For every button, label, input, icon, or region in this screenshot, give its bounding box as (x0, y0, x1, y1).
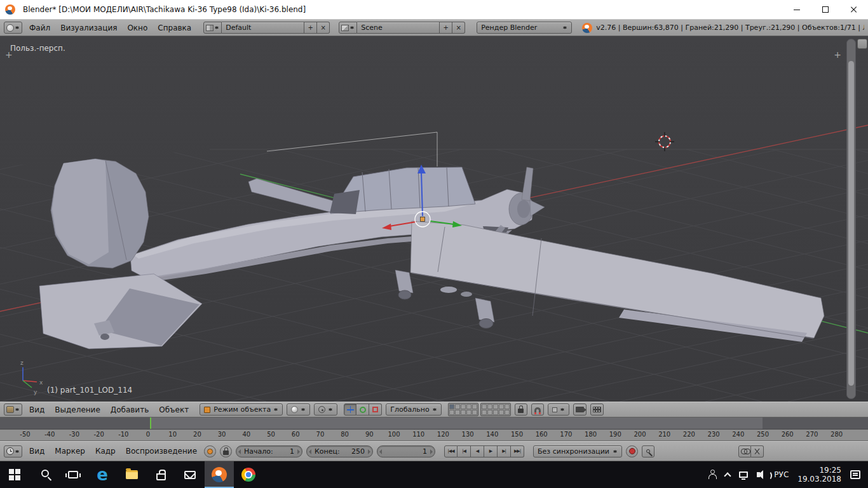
screen-layout-delete-button[interactable]: × (317, 22, 330, 34)
task-view-button[interactable] (58, 461, 88, 488)
layer-toggle[interactable] (472, 410, 477, 415)
layer-toggle[interactable] (493, 410, 498, 415)
action-center-icon[interactable] (850, 470, 860, 479)
layer-toggle[interactable] (455, 410, 460, 415)
layer-toggle[interactable] (499, 410, 504, 415)
chevron-up-icon[interactable] (724, 472, 731, 479)
layer-toggle[interactable] (449, 410, 454, 415)
info-editor-type-button[interactable] (4, 22, 22, 34)
layer-toggle[interactable] (487, 410, 492, 415)
region-corner-widget[interactable] (857, 39, 867, 49)
menu-help[interactable]: Справка (154, 24, 194, 32)
mail-button[interactable] (175, 461, 205, 488)
minimize-button[interactable] (782, 0, 811, 19)
lock-to-scene-button[interactable] (515, 403, 527, 416)
frame-end-field[interactable]: Конец: 250 (306, 445, 373, 458)
rotate-manipulator-button[interactable] (356, 403, 369, 416)
layer-toggle[interactable] (466, 410, 471, 415)
scene-delete-button[interactable]: × (452, 22, 465, 34)
scene-browse-button[interactable] (339, 22, 357, 34)
menu-object[interactable]: Объект (156, 405, 192, 414)
menu-file[interactable]: Файл (26, 24, 53, 32)
menu-playback[interactable]: Воспроизведение (123, 447, 200, 456)
snap-element-select[interactable] (548, 403, 569, 416)
layer-toggle[interactable] (482, 410, 487, 415)
layer-toggle[interactable] (487, 404, 492, 409)
layer-toggle[interactable] (505, 410, 510, 415)
screen-layout-browse-button[interactable] (203, 22, 222, 34)
prev-keyframe-button[interactable]: |◀ (458, 445, 471, 458)
current-frame-marker[interactable] (150, 417, 151, 429)
store-button[interactable] (146, 461, 175, 488)
viewport-canvas[interactable]: x y z (0, 36, 868, 402)
chrome-button[interactable] (234, 461, 263, 488)
screen-layout-field[interactable]: Default (222, 22, 304, 34)
timeline-ruler[interactable]: -50-40-30-20-100102030405060708090100110… (0, 430, 868, 441)
scene-add-button[interactable]: + (440, 22, 452, 34)
render-engine-select[interactable]: Рендер Blender (477, 22, 572, 34)
edge-button[interactable]: e (88, 461, 117, 488)
network-icon[interactable] (739, 471, 748, 478)
airplane-model[interactable] (39, 159, 824, 349)
orientation-select[interactable]: Глобально (386, 403, 441, 416)
insert-keyframe-button[interactable] (738, 445, 751, 458)
layer-toggle[interactable] (461, 410, 466, 415)
play-button[interactable]: ▶ (484, 445, 498, 458)
file-explorer-button[interactable] (117, 461, 146, 488)
auto-keyframe-button[interactable] (626, 445, 638, 458)
mode-select[interactable]: Режим объекта (200, 403, 283, 416)
jump-to-end-button[interactable]: ▶▶| (511, 445, 524, 458)
layer-toggle[interactable] (499, 404, 504, 409)
viewport-shading-select[interactable] (287, 403, 310, 416)
layer-toggle[interactable] (466, 404, 471, 409)
menu-add[interactable]: Добавить (107, 405, 152, 414)
frame-start-field[interactable]: Начало: 1 (236, 445, 302, 458)
snap-toggle-button[interactable] (531, 403, 544, 416)
blender-taskbar-button[interactable] (205, 461, 234, 488)
layer-toggle[interactable] (482, 404, 487, 409)
menu-select[interactable]: Выделение (51, 405, 103, 414)
start-button[interactable] (0, 461, 29, 488)
layer-toggle[interactable] (449, 404, 454, 409)
layer-toggle[interactable] (461, 404, 466, 409)
scene-field[interactable]: Scene (357, 22, 440, 34)
menu-tl-view[interactable]: Вид (26, 447, 48, 456)
layer-toggle[interactable] (493, 404, 498, 409)
timeline-area[interactable] (0, 417, 868, 430)
menu-frame[interactable]: Кадр (92, 447, 119, 456)
layer-toggle[interactable] (472, 404, 477, 409)
play-reverse-button[interactable]: ◀ (471, 445, 484, 458)
clock[interactable]: 19:25 19.03.2018 (797, 466, 841, 484)
close-button[interactable] (839, 0, 868, 19)
maximize-button[interactable] (811, 0, 839, 19)
timeline-editor-type-button[interactable] (4, 445, 22, 458)
pivot-point-select[interactable] (314, 403, 337, 416)
av-sync-select[interactable]: Без синхронизации (533, 445, 622, 458)
viewport-3d[interactable]: x y z Польз.-персп. (1) part_101_LOD_114… (0, 36, 868, 402)
delete-keyframe-button[interactable] (751, 445, 764, 458)
jump-to-start-button[interactable]: |◀◀ (444, 445, 458, 458)
menu-render[interactable]: Визуализация (57, 24, 120, 32)
language-indicator[interactable]: РУС (774, 470, 789, 479)
search-button[interactable] (29, 461, 58, 488)
layer-toggle[interactable] (455, 404, 460, 409)
current-frame-field[interactable]: 1 (377, 445, 435, 458)
people-icon[interactable] (709, 471, 716, 479)
volume-icon[interactable] (757, 472, 760, 477)
view3d-editor-type-button[interactable] (4, 403, 22, 416)
menu-view[interactable]: Вид (26, 405, 48, 414)
next-keyframe-button[interactable]: ▶| (498, 445, 511, 458)
viewport-scrollbar[interactable] (846, 39, 856, 399)
scale-manipulator-button[interactable] (369, 403, 382, 416)
opengl-render-button[interactable] (573, 403, 587, 416)
keying-set-button[interactable] (642, 445, 654, 458)
menu-window[interactable]: Окно (124, 24, 151, 32)
properties-expand-icon[interactable]: + (834, 50, 841, 59)
toolshelf-expand-icon[interactable]: + (5, 50, 13, 59)
layer-toggle[interactable] (505, 404, 510, 409)
preview-range-button[interactable] (204, 445, 216, 458)
translate-manipulator-button[interactable] (344, 403, 356, 416)
opengl-render-anim-button[interactable] (590, 403, 604, 416)
screen-layout-add-button[interactable]: + (304, 22, 317, 34)
lock-time-button[interactable] (220, 445, 232, 458)
